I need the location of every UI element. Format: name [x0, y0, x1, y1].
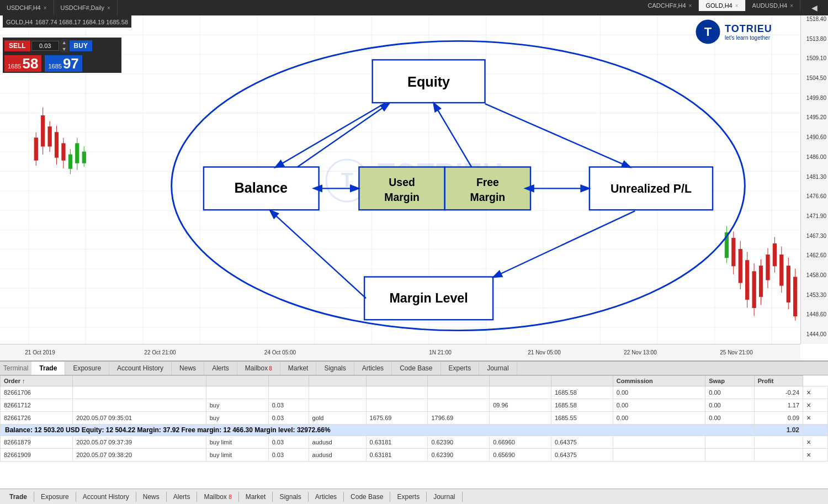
bottom-nav: Trade Exposure Account History News Aler…: [0, 489, 828, 504]
cell-price: 0.63181: [366, 449, 428, 461]
cell-type: [206, 386, 268, 399]
svg-text:Free: Free: [476, 176, 499, 188]
terminal-tab-trade[interactable]: Trade: [31, 362, 65, 375]
pair-tab-usdchf-h4[interactable]: USDCHF,H4 ×: [0, 0, 54, 15]
cell-symbol: [309, 399, 366, 412]
sell-button[interactable]: SELL: [4, 40, 30, 51]
buy-button[interactable]: BUY: [70, 40, 92, 51]
terminal-tab-market[interactable]: Market: [280, 362, 317, 375]
terminal-tab-mailbox[interactable]: Mailbox 8: [237, 362, 280, 375]
trade-table: Order ↑ Commission Swap Profit: [0, 375, 828, 489]
x-label-0: 21 Oct 2019: [25, 349, 55, 356]
table-row[interactable]: 82661726 2020.05.07 09:35:01 buy 0.03 go…: [1, 412, 828, 425]
x-label-5: 22 Nov 13:00: [624, 349, 657, 356]
lot-increase-button[interactable]: ▲: [60, 39, 68, 46]
y-label-3: 1504.50: [806, 75, 826, 81]
bottom-nav-alerts[interactable]: Alerts: [167, 492, 198, 502]
y-label-14: 1453.30: [806, 291, 826, 298]
pair-tab-usdchf-daily[interactable]: USDCHF#,Daily ×: [54, 0, 118, 15]
svg-text:Used: Used: [389, 176, 415, 188]
close-row-4[interactable]: ×: [803, 449, 828, 461]
cell-tp: 0.66960: [490, 436, 551, 449]
close-row-3[interactable]: ×: [803, 436, 828, 449]
cell-type: buy limit: [206, 449, 268, 461]
cell-lots: 0.03: [268, 436, 309, 449]
cell-lots: [268, 386, 309, 399]
y-label-4: 1499.80: [806, 94, 826, 100]
terminal-side-label[interactable]: Terminal: [0, 363, 31, 373]
col-lots: [268, 376, 309, 386]
terminal-tab-account-history[interactable]: Account History: [109, 362, 172, 375]
pair-tab-close-cadchf[interactable]: ×: [689, 3, 692, 9]
lot-size-input[interactable]: [31, 41, 59, 51]
terminal-tab-exposure[interactable]: Exposure: [65, 362, 109, 375]
pair-tab-audusd-h4[interactable]: AUDUSD,H4 ×: [746, 0, 800, 11]
y-label-6: 1490.60: [806, 134, 826, 140]
table-row[interactable]: 82661706 1685.58 0.00 0.00 -0.24 ×: [1, 386, 828, 399]
bottom-nav-trade[interactable]: Trade: [3, 492, 34, 502]
bottom-nav-journal[interactable]: Journal: [427, 492, 462, 502]
bottom-nav-signals[interactable]: Signals: [273, 492, 308, 502]
col-commission: Commission: [613, 376, 705, 386]
bottom-nav-exposure[interactable]: Exposure: [34, 492, 76, 502]
cell-cur-price: 1685.55: [551, 412, 613, 425]
table-row[interactable]: 82661879 2020.05.07 09:37:39 buy limit 0…: [1, 436, 828, 449]
svg-line-97: [434, 104, 471, 167]
svg-text:Equity: Equity: [407, 74, 450, 89]
chart-scroll-right-icon[interactable]: ◀: [811, 3, 818, 12]
cell-sl: [428, 386, 490, 399]
x-label-2: 24 Oct 05:00: [264, 349, 296, 356]
terminal-tab-journal[interactable]: Journal: [479, 362, 517, 375]
y-label-7: 1486.00: [806, 153, 826, 160]
sell-price-display: 1685 58: [4, 55, 41, 72]
pair-tab-close-usdchf-daily[interactable]: ×: [107, 5, 110, 11]
bottom-nav-news[interactable]: News: [136, 492, 167, 502]
y-label-13: 1458.00: [806, 272, 826, 278]
close-row-2[interactable]: ×: [803, 412, 828, 425]
terminal-tab-news[interactable]: News: [172, 362, 204, 375]
col-type: [206, 376, 268, 386]
pair-tab-close-audusd[interactable]: ×: [790, 3, 793, 9]
y-label-9: 1476.60: [806, 193, 826, 199]
x-label-4: 21 Nov 05:00: [528, 349, 561, 356]
cell-swap: 0.00: [705, 386, 754, 399]
cell-price: [366, 386, 428, 399]
col-symbol: [309, 376, 366, 386]
chart-background: USDCHF,H4 × USDCHF#,Daily × CADCHF#,H4 ×…: [0, 0, 828, 360]
pair-tab-gold-h4[interactable]: GOLD,H4 ×: [699, 0, 745, 11]
y-axis: 1518.40 1513.80 1509.10 1504.50 1499.80 …: [800, 15, 828, 344]
pair-tab-close-gold[interactable]: ×: [735, 3, 739, 9]
bottom-nav-mailbox[interactable]: Mailbox 8: [197, 492, 238, 502]
terminal-tab-experts[interactable]: Experts: [441, 362, 480, 375]
bottom-nav-codebase[interactable]: Code Base: [344, 492, 390, 502]
table-row[interactable]: 82661909 2020.05.07 09:38:20 buy limit 0…: [1, 449, 828, 461]
cell-swap: 0.00: [705, 399, 754, 412]
cell-price: [366, 399, 428, 412]
terminal-tab-alerts[interactable]: Alerts: [204, 362, 237, 375]
close-row-1[interactable]: ×: [803, 399, 828, 412]
pair-tab-cadchf-h4[interactable]: CADCHF#,H4 ×: [641, 0, 699, 11]
sell-buy-controls: SELL ▲ ▼ BUY: [3, 38, 121, 54]
lot-decrease-button[interactable]: ▼: [60, 46, 68, 52]
col-order: Order ↑: [1, 376, 73, 386]
bottom-nav-market[interactable]: Market: [239, 492, 273, 502]
bottom-nav-experts[interactable]: Experts: [390, 492, 427, 502]
cell-sl: 1796.69: [428, 412, 490, 425]
buy-price-main: 97: [63, 56, 79, 71]
svg-text:Margin: Margin: [470, 191, 506, 203]
cell-commission: 0.00: [613, 386, 705, 399]
sell-price-main: 58: [22, 56, 38, 71]
terminal-tab-codebase[interactable]: Code Base: [392, 362, 440, 375]
cell-tp: 0.65690: [490, 449, 551, 461]
bottom-nav-account-history[interactable]: Account History: [76, 492, 136, 502]
x-label-3: 1N 21:00: [429, 349, 452, 356]
pair-tab-close-usdchf-h4[interactable]: ×: [44, 5, 47, 11]
close-row-0[interactable]: ×: [803, 386, 828, 399]
y-label-10: 1471.90: [806, 213, 826, 219]
bottom-nav-articles[interactable]: Articles: [309, 492, 344, 502]
x-label-1: 22 Oct 21:00: [144, 349, 176, 356]
cell-profit: 1.17: [754, 399, 803, 412]
table-row[interactable]: 82661712 buy 0.03 09.96 1685.58 0.00 0.0…: [1, 399, 828, 412]
terminal-tab-articles[interactable]: Articles: [354, 362, 392, 375]
terminal-tab-signals[interactable]: Signals: [316, 362, 354, 375]
